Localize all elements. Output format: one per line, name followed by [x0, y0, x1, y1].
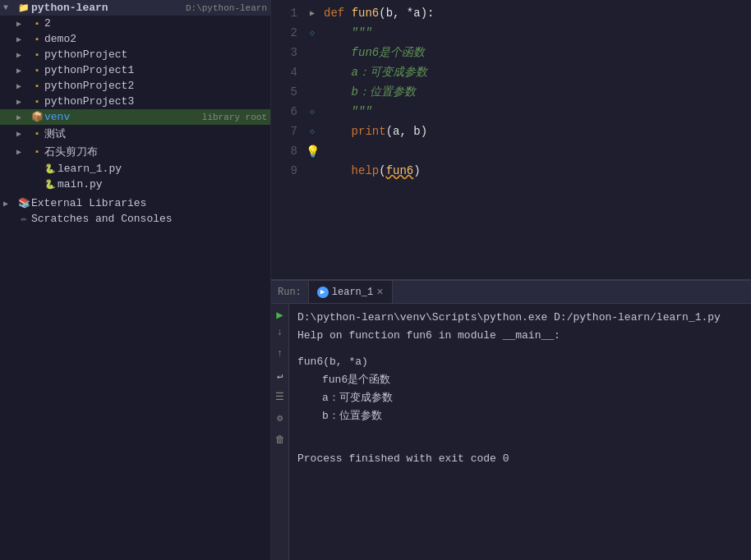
venv-icon: 📦	[30, 112, 44, 123]
gutter-4	[304, 62, 320, 82]
gutter-7: ◇	[304, 122, 320, 141]
editor: 1 2 3 4 5 6 7 8 9 ▶ ◇ ◇ ◇ 💡	[271, 0, 751, 279]
console-line-doc2: a：可变成参数	[297, 389, 743, 407]
code-line-8	[320, 141, 751, 161]
run-tab-bar: Run: ▶ learn_1 ×	[271, 281, 751, 304]
filter-button[interactable]: ☰	[273, 389, 288, 404]
console-line-exit: Process finished with exit code 0	[297, 450, 743, 468]
sidebar-item-external[interactable]: ▶ 📚 External Libraries	[0, 195, 270, 211]
line-num-6: 6	[271, 102, 297, 122]
label-pp: pythonProject	[44, 48, 267, 61]
folder-icon-pp: ▪	[30, 49, 44, 61]
clear-button[interactable]: 🗑	[273, 432, 288, 447]
line-num-8: 8	[271, 141, 297, 161]
run-button[interactable]: ▶	[273, 307, 288, 322]
folder-icon-scissors: ▪	[30, 146, 44, 158]
sidebar: ▼ 📁 python-learn D:\python-learn ▶ ▪ 2 ▶…	[0, 0, 271, 560]
py-icon-learn1: 🐍	[43, 163, 58, 175]
gutter-3	[304, 43, 320, 62]
project-root[interactable]: ▼ 📁 python-learn D:\python-learn	[0, 0, 270, 16]
run-tab-label: learn_1	[332, 287, 373, 298]
label-test: 测试	[44, 126, 267, 141]
editor-content: 1 2 3 4 5 6 7 8 9 ▶ ◇ ◇ ◇ 💡	[271, 0, 751, 279]
sidebar-item-venv[interactable]: ▶ 📦 venv library root	[0, 109, 270, 125]
sidebar-item-main[interactable]: ▶ 🐍 main.py	[0, 177, 270, 192]
folder-icon-pp1: ▪	[30, 65, 44, 76]
code-line-7: print(a, b)	[320, 122, 751, 141]
run-tab-learn1[interactable]: ▶ learn_1 ×	[309, 281, 393, 303]
arrow-scissors: ▶	[16, 147, 30, 157]
scratches-icon: ✏️	[16, 213, 31, 225]
label-scissors: 石头剪刀布	[44, 145, 267, 159]
console-toolbar: ▶ ↓ ↑ ↵ ☰ ⚙ 🗑	[271, 304, 289, 560]
arrow-2: ▶	[16, 19, 30, 29]
console-line-blank2	[297, 425, 743, 434]
console-body: ▶ ↓ ↑ ↵ ☰ ⚙ 🗑 D:\python-learn\venv\Scrip…	[271, 304, 751, 560]
line-num-3: 3	[271, 43, 297, 62]
external-icon: 📚	[16, 198, 31, 209]
gutter-2: ◇	[304, 23, 320, 43]
arrow-venv: ▶	[16, 112, 30, 122]
console-line-help-header: Help on function fun6 in module __main__…	[297, 327, 743, 345]
run-label: Run:	[271, 281, 309, 303]
root-path: D:\python-learn	[186, 3, 267, 13]
console-line-blank1	[297, 345, 743, 353]
scroll-up-button[interactable]: ↑	[273, 347, 288, 361]
label-learn1: learn_1.py	[58, 163, 267, 175]
sidebar-item-scissors[interactable]: ▶ ▪ 石头剪刀布	[0, 143, 270, 161]
gutter-9	[304, 161, 320, 181]
sidebar-item-scratches[interactable]: ▶ ✏️ Scratches and Consoles	[0, 211, 270, 227]
py-icon-main: 🐍	[43, 179, 58, 190]
label-pp3: pythonProject3	[44, 95, 267, 108]
folder-icon-test: ▪	[30, 128, 44, 140]
folder-icon-2: ▪	[30, 18, 44, 30]
gutter-5	[304, 82, 320, 102]
label-venv: venv	[44, 111, 199, 123]
line-num-4: 4	[271, 62, 297, 82]
sidebar-item-pythonProject2[interactable]: ▶ ▪ pythonProject2	[0, 78, 270, 94]
console-line-doc1: fun6是个函数	[297, 371, 743, 389]
venv-badge: library root	[202, 112, 267, 122]
root-label: python-learn	[31, 2, 182, 14]
line-num-7: 7	[271, 122, 297, 141]
arrow-test: ▶	[16, 129, 30, 139]
arrow-external: ▶	[3, 199, 16, 209]
scroll-down-button[interactable]: ↓	[273, 325, 288, 340]
root-folder-icon: 📁	[16, 2, 31, 14]
label-external: External Libraries	[31, 197, 267, 209]
code-line-9: help(fun6)	[320, 161, 751, 181]
arrow-pp2: ▶	[16, 81, 30, 91]
line-num-9: 9	[271, 161, 297, 181]
code-line-4: a：可变成参数	[320, 62, 751, 82]
sidebar-item-pythonProject[interactable]: ▶ ▪ pythonProject	[0, 47, 270, 62]
gutter-1: ▶	[304, 3, 320, 23]
sidebar-item-learn1[interactable]: ▶ 🐍 learn_1.py	[0, 161, 270, 177]
sidebar-item-pythonProject1[interactable]: ▶ ▪ pythonProject1	[0, 62, 270, 78]
sidebar-item-2[interactable]: ▶ ▪ 2	[0, 16, 270, 31]
bottom-panel: Run: ▶ learn_1 × ▶ ↓ ↑ ↵ ☰ ⚙ 🗑 D:\python…	[271, 279, 751, 560]
settings-button[interactable]: ⚙	[273, 411, 288, 425]
folder-icon-pp3: ▪	[30, 96, 44, 108]
line-numbers: 1 2 3 4 5 6 7 8 9	[271, 0, 304, 279]
root-arrow: ▼	[3, 3, 16, 12]
arrow-pp3: ▶	[16, 97, 30, 107]
sidebar-item-pythonProject3[interactable]: ▶ ▪ pythonProject3	[0, 94, 270, 109]
line-num-5: 5	[271, 82, 297, 102]
label-demo2: demo2	[44, 33, 267, 45]
run-tab-close[interactable]: ×	[376, 286, 383, 299]
code-line-5: b：位置参数	[320, 82, 751, 102]
label-2: 2	[44, 17, 267, 30]
wrap-button[interactable]: ↵	[273, 368, 288, 383]
code-line-2: """	[320, 23, 751, 43]
code-line-6: """	[320, 102, 751, 122]
console-content: D:\python-learn\venv\Scripts\python.exe …	[289, 304, 751, 560]
sidebar-item-demo2[interactable]: ▶ ▪ demo2	[0, 31, 270, 47]
gutter-6: ◇	[304, 102, 320, 122]
arrow-pp: ▶	[16, 50, 30, 60]
label-main: main.py	[58, 178, 267, 190]
console-line-path: D:\python-learn\venv\Scripts\python.exe …	[297, 309, 743, 327]
sidebar-item-test[interactable]: ▶ ▪ 测试	[0, 125, 270, 143]
editor-gutter: ▶ ◇ ◇ ◇ 💡	[304, 0, 320, 279]
label-scratches: Scratches and Consoles	[31, 213, 267, 225]
code-area[interactable]: def fun6(b, *a): """ fun6是个函数 a：可变成参数 b：…	[320, 0, 751, 279]
